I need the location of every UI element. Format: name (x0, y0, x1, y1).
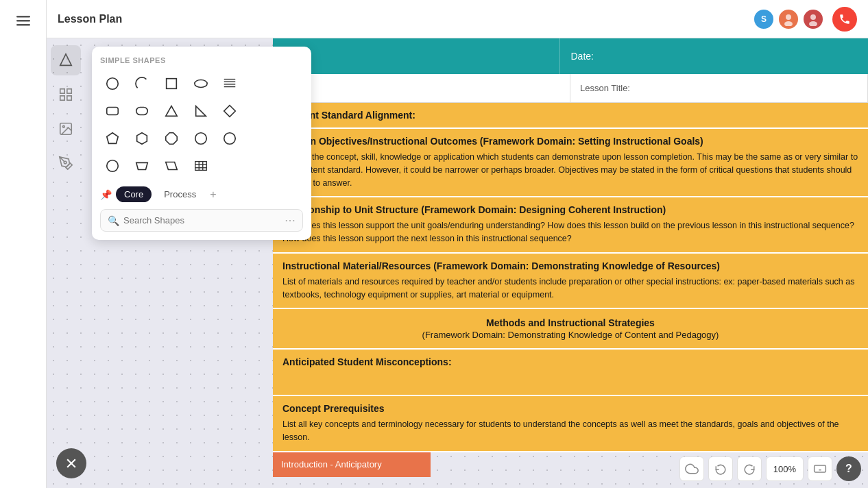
shape-parallelogram[interactable] (159, 154, 184, 178)
shape-diamond[interactable] (217, 99, 242, 123)
svg-point-5 (810, 14, 816, 20)
doc-unit-row: Unit: Lesson Title: (273, 74, 868, 103)
image-panel-icon[interactable] (51, 114, 81, 144)
shape-empty5 (247, 126, 272, 151)
cloud-button[interactable] (679, 456, 704, 481)
svg-rect-9 (60, 96, 64, 100)
tab-process[interactable]: Process (156, 186, 204, 202)
svg-marker-23 (165, 106, 177, 117)
shape-circle3[interactable] (217, 126, 242, 151)
shape-trapezoid[interactable] (130, 154, 154, 178)
main-container: Lesson Plan S (47, 0, 868, 488)
doc-intro-label: Introduction - Anticipatory (273, 452, 431, 477)
svg-rect-2 (16, 24, 30, 26)
doc-header-row: Date: (273, 38, 868, 74)
search-more-icon[interactable]: ⋯ (285, 214, 296, 227)
doc-section-3: Instructional Material/Resources (Framew… (273, 254, 868, 310)
shape-lines[interactable] (217, 71, 242, 96)
tab-add-icon[interactable]: + (210, 188, 216, 201)
lesson-document: Date: Unit: Lesson Title: Content Standa… (273, 38, 868, 488)
shape-empty3 (247, 99, 272, 123)
shapes-section-title: SIMPLE SHAPES (100, 56, 303, 64)
svg-rect-21 (107, 108, 119, 115)
svg-point-4 (784, 21, 793, 26)
svg-marker-24 (195, 106, 206, 117)
phone-button[interactable] (832, 7, 857, 32)
redo-button[interactable] (737, 456, 762, 481)
svg-point-13 (64, 161, 67, 164)
svg-point-3 (786, 14, 791, 20)
svg-point-14 (107, 78, 119, 90)
svg-point-16 (194, 80, 206, 88)
shape-pentagon[interactable] (100, 126, 125, 151)
svg-marker-33 (165, 162, 177, 170)
top-bar: Lesson Plan S (47, 0, 868, 38)
shapes-panel: SIMPLE SHAPES (92, 47, 311, 240)
shape-empty8 (247, 154, 272, 178)
svg-point-6 (809, 21, 817, 26)
svg-rect-22 (136, 108, 148, 115)
doc-section-5: Anticipated Student Misconceptions: (273, 350, 868, 396)
doc-section-0: Content Standard Alignment: (273, 103, 868, 129)
svg-marker-32 (136, 162, 148, 169)
close-button[interactable] (56, 448, 86, 478)
keyboard-button[interactable] (808, 456, 832, 481)
bottom-toolbar: 100% ? (679, 456, 861, 481)
shape-empty4 (276, 99, 301, 123)
doc-unit-cell: Unit: (273, 74, 570, 102)
doc-header-date: Date: (559, 38, 869, 74)
undo-button[interactable] (708, 456, 733, 481)
avatar-3[interactable] (802, 8, 824, 30)
left-sidebar (0, 0, 47, 488)
tab-core[interactable]: Core (116, 186, 152, 202)
shape-arc[interactable] (130, 71, 154, 96)
svg-rect-1 (16, 20, 30, 22)
svg-rect-7 (60, 89, 64, 93)
menu-icon[interactable] (10, 7, 37, 34)
shapes-search-bar[interactable]: 🔍 ⋯ (100, 209, 303, 232)
zoom-display[interactable]: 100% (766, 456, 804, 481)
shape-circle[interactable] (100, 71, 125, 96)
search-icon: 🔍 (108, 215, 119, 226)
doc-section-6: Concept Prerequisites List all key conce… (273, 396, 868, 452)
svg-point-31 (107, 160, 119, 172)
svg-rect-8 (67, 89, 71, 93)
shape-empty2 (276, 71, 301, 96)
shape-rounded-rect[interactable] (100, 99, 125, 123)
avatar-1[interactable]: S (753, 8, 775, 30)
shape-square[interactable] (159, 71, 184, 96)
shape-table[interactable] (189, 154, 213, 178)
pin-icon[interactable]: 📌 (100, 189, 112, 200)
shape-empty9 (276, 154, 301, 178)
help-button[interactable]: ? (836, 456, 861, 481)
svg-point-12 (62, 125, 64, 127)
svg-rect-34 (195, 162, 206, 171)
shape-circle2[interactable] (189, 126, 213, 151)
draw-panel-icon[interactable] (51, 148, 81, 178)
svg-marker-25 (224, 106, 236, 117)
grid-panel-icon[interactable] (51, 80, 81, 110)
doc-section-1: Lesson Objectives/Instructional Outcomes… (273, 129, 868, 197)
svg-point-30 (224, 133, 236, 145)
shapes-panel-icon[interactable] (51, 45, 81, 75)
avatar-2[interactable] (777, 8, 799, 30)
shape-rounded-rect2[interactable] (130, 99, 154, 123)
svg-point-29 (195, 133, 206, 145)
shape-circle4[interactable] (100, 154, 125, 178)
shape-triangle[interactable] (159, 99, 184, 123)
shape-hexagon[interactable] (130, 126, 154, 151)
shape-empty7 (217, 154, 242, 178)
doc-section-4: Methods and Instructional Strategies (Fr… (273, 309, 868, 350)
left-panel-icons (47, 38, 85, 488)
shape-empty6 (276, 126, 301, 151)
shape-octagon[interactable] (159, 126, 184, 151)
canvas-area[interactable]: SIMPLE SHAPES (47, 38, 868, 488)
shape-right-triangle[interactable] (189, 99, 213, 123)
search-input[interactable] (123, 215, 280, 225)
doc-header-left (273, 38, 559, 74)
shape-ellipse[interactable] (189, 71, 213, 96)
avatars: S (753, 8, 824, 30)
svg-marker-27 (137, 133, 147, 145)
doc-title-cell: Lesson Title: (570, 74, 868, 102)
svg-rect-15 (166, 79, 176, 89)
